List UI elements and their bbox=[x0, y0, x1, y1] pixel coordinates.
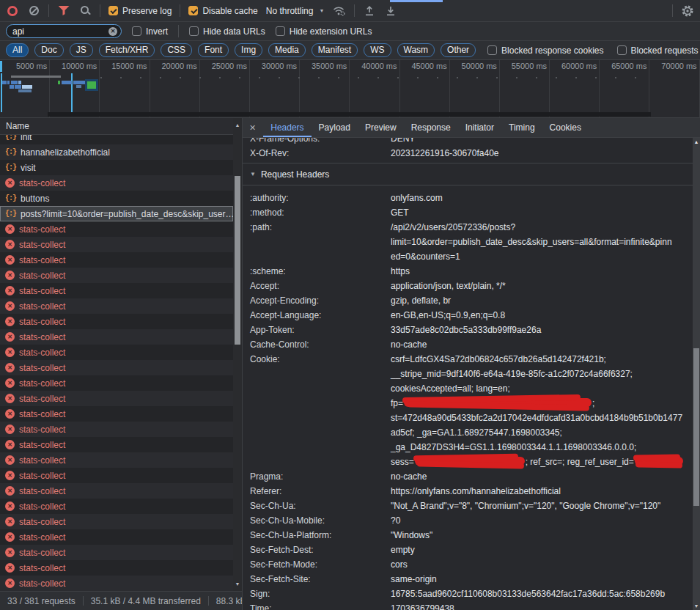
request-row[interactable]: ✕stats-collect bbox=[0, 221, 233, 237]
invert-checkbox[interactable]: Invert bbox=[132, 26, 168, 37]
error-icon: ✕ bbox=[5, 378, 15, 388]
invert-checkbox-box[interactable] bbox=[132, 26, 141, 36]
request-row[interactable]: ✕stats-collect bbox=[0, 452, 233, 468]
blocked-requests-box[interactable] bbox=[617, 45, 627, 55]
filter-chip-js[interactable]: JS bbox=[70, 43, 93, 57]
hide-extension-urls-checkbox-box[interactable] bbox=[276, 26, 285, 36]
preserve-log-checkbox-box[interactable] bbox=[108, 6, 118, 15]
scroll-down-icon[interactable]: ▼ bbox=[693, 603, 700, 609]
preserve-log-checkbox[interactable]: Preserve log bbox=[108, 6, 172, 16]
tab-initiator[interactable]: Initiator bbox=[458, 119, 501, 137]
request-row[interactable]: {:}buttons bbox=[0, 191, 233, 206]
settings-button[interactable] bbox=[681, 4, 694, 18]
import-har-button[interactable] bbox=[363, 4, 376, 18]
disable-cache-checkbox-box[interactable] bbox=[188, 6, 198, 15]
tab-cookies[interactable]: Cookies bbox=[542, 119, 589, 137]
request-row-content: ✕stats-collect bbox=[0, 560, 233, 576]
header-value-line: 1703636799438 bbox=[391, 601, 693, 610]
record-button[interactable] bbox=[6, 4, 19, 18]
request-row[interactable]: ✕stats-collect bbox=[0, 345, 233, 360]
name-column-header[interactable]: Name bbox=[0, 118, 242, 135]
request-row[interactable]: ✕stats-collect bbox=[0, 560, 233, 576]
request-row[interactable]: ✕stats-collect bbox=[0, 283, 233, 298]
request-row[interactable]: {:}posts?limit=10&order=publish_date_des… bbox=[0, 206, 233, 221]
request-name: stats-collect bbox=[19, 363, 65, 373]
filter-chip-manifest[interactable]: Manifest bbox=[312, 43, 358, 57]
json-icon: {:} bbox=[5, 135, 16, 141]
request-row[interactable]: ✕stats-collect bbox=[0, 576, 233, 591]
request-row[interactable]: ✕stats-collect bbox=[0, 483, 233, 499]
header-value-line: same-origin bbox=[391, 572, 693, 587]
filter-chip-wasm[interactable]: Wasm bbox=[397, 43, 435, 57]
blocked-response-cookies-box[interactable] bbox=[487, 45, 497, 55]
request-row[interactable]: ✕stats-collect bbox=[0, 545, 233, 560]
request-row[interactable]: ✕stats-collect bbox=[0, 437, 233, 452]
tab-payload[interactable]: Payload bbox=[312, 119, 358, 137]
scroll-down-icon[interactable]: ▼ bbox=[233, 581, 242, 587]
filter-checkbox-blocked-response-cookies[interactable]: Blocked response cookies bbox=[487, 45, 603, 56]
filter-toggle-button[interactable] bbox=[57, 4, 70, 18]
tab-headers[interactable]: Headers bbox=[263, 119, 311, 137]
filter-chip-fetch-xhr[interactable]: Fetch/XHR bbox=[99, 43, 155, 57]
throttling-dropdown[interactable]: No throttling ▼ bbox=[266, 6, 325, 16]
requests-scrollbar-thumb[interactable] bbox=[235, 176, 240, 345]
request-row[interactable]: ✕stats-collect bbox=[0, 499, 233, 514]
details-scrollbar-thumb[interactable] bbox=[693, 348, 699, 506]
request-row[interactable]: ✕stats-collect bbox=[0, 406, 233, 422]
request-row[interactable]: {:}hannahelizabethofficial bbox=[0, 144, 233, 160]
filter-chip-media[interactable]: Media bbox=[268, 43, 306, 57]
filter-chip-doc[interactable]: Doc bbox=[34, 43, 63, 57]
tab-timing[interactable]: Timing bbox=[501, 119, 542, 137]
error-icon: ✕ bbox=[5, 240, 15, 249]
request-row[interactable]: ✕stats-collect bbox=[0, 175, 233, 191]
filter-chip-all[interactable]: All bbox=[6, 43, 29, 57]
details-scrollbar[interactable]: ▲ ▼ bbox=[693, 138, 700, 610]
request-row[interactable]: {:}visit bbox=[0, 160, 233, 175]
scroll-up-icon[interactable]: ▲ bbox=[233, 122, 242, 128]
request-row[interactable]: ✕stats-collect bbox=[0, 268, 233, 283]
hide-extension-urls-checkbox[interactable]: Hide extension URLs bbox=[276, 26, 372, 37]
tab-preview[interactable]: Preview bbox=[358, 119, 404, 137]
request-row[interactable]: ✕stats-collect bbox=[0, 422, 233, 437]
request-row[interactable]: ✕stats-collect bbox=[0, 298, 233, 314]
hide-data-urls-checkbox[interactable]: Hide data URLs bbox=[189, 26, 265, 37]
filter-chip-img[interactable]: Img bbox=[235, 43, 262, 57]
request-row-content: ✕stats-collect bbox=[0, 360, 233, 375]
tab-response[interactable]: Response bbox=[404, 119, 458, 137]
request-row[interactable]: ✕stats-collect bbox=[0, 360, 233, 375]
request-row[interactable]: ✕stats-collect bbox=[0, 329, 233, 345]
search-button[interactable] bbox=[78, 4, 92, 18]
clear-filter-icon[interactable]: ✕ bbox=[108, 27, 117, 36]
filter-checkbox-blocked-requests[interactable]: Blocked requests bbox=[617, 45, 699, 56]
network-conditions-button[interactable] bbox=[332, 4, 346, 18]
request-headers-section-header[interactable]: ▼ Request Headers bbox=[243, 163, 693, 185]
disable-cache-checkbox[interactable]: Disable cache bbox=[188, 6, 257, 16]
header-value-line: __stripe_mid=9df140f6-e64a-419e-85fc-a1c… bbox=[391, 367, 693, 381]
request-row[interactable]: ✕stats-collect bbox=[0, 252, 233, 268]
filter-chip-other[interactable]: Other bbox=[441, 43, 476, 57]
export-har-button[interactable] bbox=[384, 4, 397, 18]
request-row[interactable]: {:}init bbox=[0, 135, 233, 144]
request-row[interactable]: ✕stats-collect bbox=[0, 391, 233, 406]
clear-button[interactable] bbox=[27, 4, 40, 18]
request-row[interactable]: ✕stats-collect bbox=[0, 529, 233, 545]
filter-chip-css[interactable]: CSS bbox=[161, 43, 192, 57]
request-row[interactable]: ✕stats-collect bbox=[0, 314, 233, 329]
hide-data-urls-checkbox-box[interactable] bbox=[189, 26, 199, 36]
overview-selection-handle[interactable] bbox=[0, 61, 2, 72]
filter-input[interactable]: api ✕ bbox=[6, 24, 122, 38]
error-icon: ✕ bbox=[5, 409, 15, 419]
blocked-requests-label: Blocked requests bbox=[631, 45, 699, 56]
request-row[interactable]: ✕stats-collect bbox=[0, 514, 233, 529]
filter-chip-ws[interactable]: WS bbox=[364, 43, 391, 57]
requests-scrollbar[interactable]: ▲ ▼ bbox=[233, 118, 242, 591]
header-value: 1703636799438 bbox=[391, 601, 693, 610]
request-row[interactable]: ✕stats-collect bbox=[0, 375, 233, 391]
close-details-button[interactable]: ✕ bbox=[243, 123, 263, 133]
scroll-up-icon[interactable]: ▲ bbox=[693, 139, 700, 144]
network-overview[interactable]: 5000 ms10000 ms15000 ms20000 ms25000 ms3… bbox=[0, 60, 700, 118]
json-icon: {:} bbox=[5, 163, 16, 172]
filter-chip-font[interactable]: Font bbox=[198, 43, 229, 57]
request-row[interactable]: ✕stats-collect bbox=[0, 468, 233, 483]
request-row[interactable]: ✕stats-collect bbox=[0, 237, 233, 252]
